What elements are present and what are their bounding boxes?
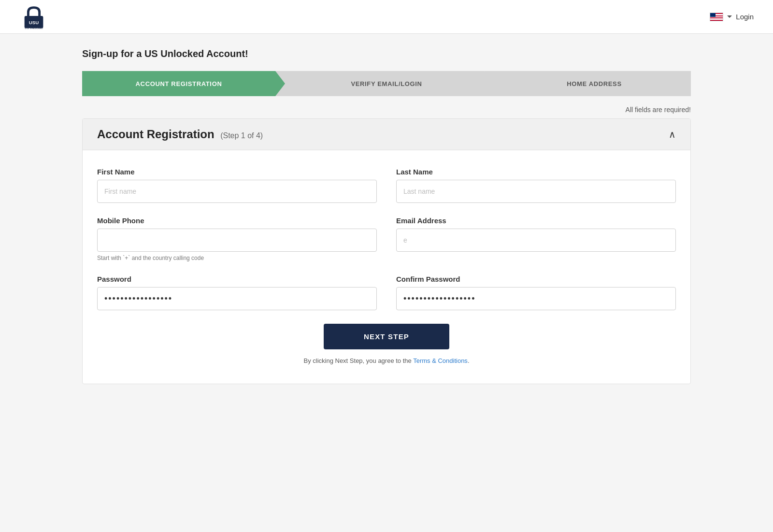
main-content: Sign-up for a US Unlocked Account! ACCOU…	[72, 34, 701, 403]
signup-title: Sign-up for a US Unlocked Account!	[82, 48, 691, 59]
confirm-password-group: Confirm Password	[396, 275, 676, 310]
mobile-phone-label: Mobile Phone	[97, 216, 377, 225]
terms-suffix: .	[468, 357, 470, 364]
form-body: First Name Last Name Mobile Phone Start …	[83, 150, 690, 384]
svg-text:U.S. UNLOCKED: U.S. UNLOCKED	[25, 27, 43, 29]
password-label: Password	[97, 275, 377, 283]
logo-icon: USU U.S. UNLOCKED	[20, 3, 48, 31]
mobile-phone-hint: Start with `+` and the country calling c…	[97, 255, 377, 261]
step-3-label: HOME ADDRESS	[567, 80, 622, 87]
header: USU U.S. UNLOCKED Login	[0, 0, 773, 34]
header-right: Login	[710, 13, 754, 21]
first-name-label: First Name	[97, 168, 377, 176]
btn-area: NEXT STEP By clicking Next Step, you agr…	[97, 324, 676, 364]
form-card-title: Account Registration	[97, 128, 215, 141]
flag-icon	[710, 13, 723, 21]
password-group: Password	[97, 275, 377, 310]
last-name-group: Last Name	[396, 168, 676, 203]
last-name-input[interactable]	[396, 180, 676, 203]
step-verify-email[interactable]: VERIFY EMAIL/LOGIN	[275, 71, 483, 96]
confirm-password-input[interactable]	[396, 287, 676, 310]
step-1-label: ACCOUNT REGISTRATION	[136, 80, 222, 87]
step-2-label: VERIFY EMAIL/LOGIN	[351, 80, 422, 87]
login-link[interactable]: Login	[736, 13, 754, 21]
chevron-down-icon[interactable]	[727, 15, 732, 18]
collapse-icon[interactable]: ∧	[669, 129, 676, 140]
step-account-registration[interactable]: ACCOUNT REGISTRATION	[82, 71, 275, 96]
svg-text:USU: USU	[29, 20, 39, 25]
form-card: Account Registration (Step 1 of 4) ∧ Fir…	[82, 118, 691, 384]
terms-link[interactable]: Terms & Conditions	[413, 357, 468, 364]
first-name-group: First Name	[97, 168, 377, 203]
mobile-phone-input[interactable]	[97, 229, 377, 252]
last-name-label: Last Name	[396, 168, 676, 176]
contact-row: Mobile Phone Start with `+` and the coun…	[97, 216, 676, 261]
mobile-phone-group: Mobile Phone Start with `+` and the coun…	[97, 216, 377, 261]
password-row: Password Confirm Password	[97, 275, 676, 310]
terms-text: By clicking Next Step, you agree to the …	[303, 357, 469, 364]
confirm-password-label: Confirm Password	[396, 275, 676, 283]
email-group: Email Address	[396, 216, 676, 261]
first-name-input[interactable]	[97, 180, 377, 203]
email-input[interactable]	[396, 229, 676, 252]
terms-prefix: By clicking Next Step, you agree to the	[303, 357, 413, 364]
form-card-title-area: Account Registration (Step 1 of 4)	[97, 128, 263, 141]
email-label: Email Address	[396, 216, 676, 225]
form-card-header: Account Registration (Step 1 of 4) ∧	[83, 119, 690, 150]
next-step-button[interactable]: NEXT STEP	[324, 324, 449, 349]
step-home-address[interactable]: HOME ADDRESS	[483, 71, 691, 96]
password-input[interactable]	[97, 287, 377, 310]
required-note: All fields are required!	[82, 106, 691, 114]
progress-bar: ACCOUNT REGISTRATION VERIFY EMAIL/LOGIN …	[82, 71, 691, 96]
logo-area: USU U.S. UNLOCKED	[19, 2, 48, 31]
form-card-subtitle: (Step 1 of 4)	[220, 131, 263, 140]
logo-box: USU U.S. UNLOCKED	[19, 2, 48, 31]
name-row: First Name Last Name	[97, 168, 676, 203]
